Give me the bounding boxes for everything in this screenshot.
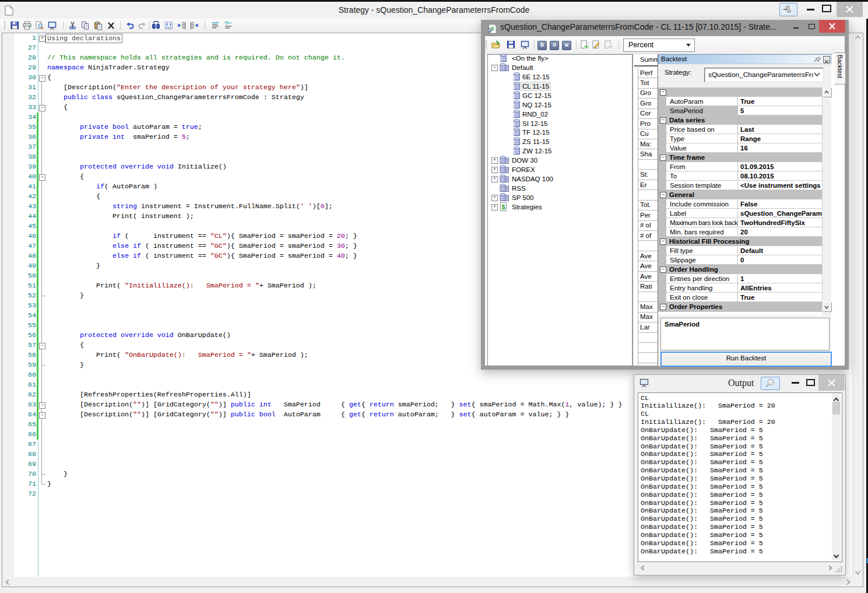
svg-text:$: $ (501, 203, 505, 210)
